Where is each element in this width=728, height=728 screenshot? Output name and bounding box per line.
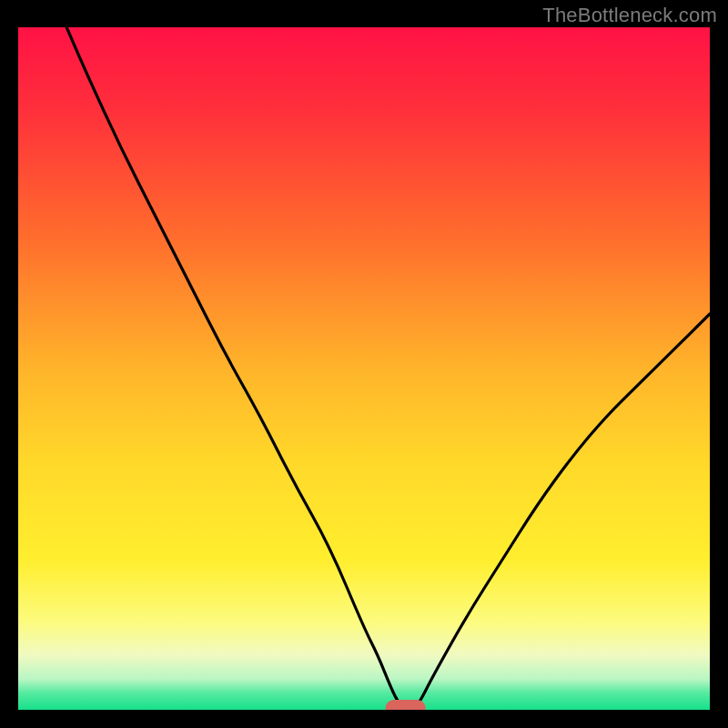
- optimal-marker: [386, 700, 426, 710]
- bottleneck-plot: [18, 27, 710, 710]
- gradient-background: [18, 27, 710, 710]
- chart-frame: TheBottleneck.com: [0, 0, 728, 728]
- watermark-text: TheBottleneck.com: [542, 4, 717, 27]
